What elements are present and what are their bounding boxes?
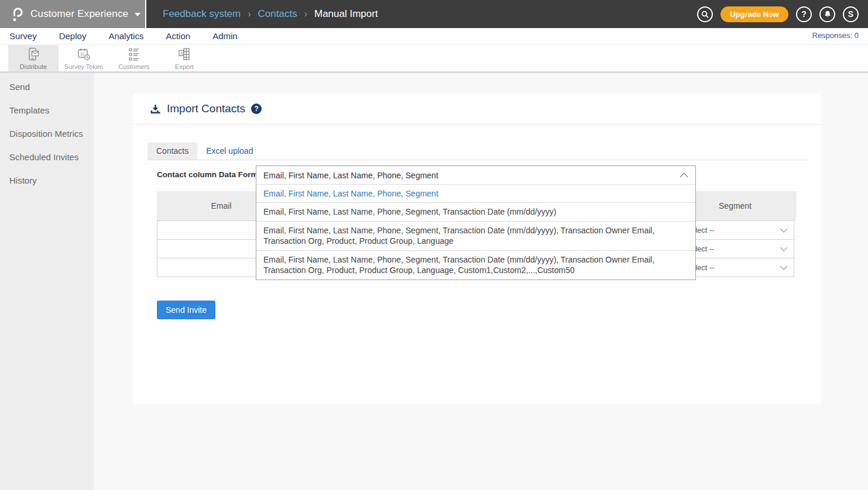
distribute-toolbar: Distribute 31 Survey Token — [0, 45, 868, 71]
contact-format-dropdown-input[interactable]: Email, First Name, Last Name, Phone, Seg… — [256, 166, 695, 184]
calendar-clock-icon: 31 — [76, 47, 91, 62]
people-list-icon — [126, 47, 142, 62]
caret-down-icon — [135, 13, 140, 16]
menu-deploy[interactable]: Deploy — [59, 31, 87, 41]
main-menu: Survey Deploy Analytics Action Admin Res… — [0, 28, 868, 44]
dropdown-option[interactable]: Email, First Name, Last Name, Phone, Seg… — [256, 221, 695, 250]
send-invite-button[interactable]: Send Invite — [157, 301, 215, 319]
toolbar-label: Customers — [118, 63, 149, 70]
app-root: Customer Experience Feedback system › Co… — [0, 0, 868, 490]
page-title: Import Contacts — [167, 102, 245, 115]
search-icon[interactable] — [697, 6, 713, 22]
help-icon[interactable]: ? — [796, 6, 812, 22]
toolbar-export[interactable]: X Export — [159, 45, 210, 71]
svg-text:X: X — [180, 51, 184, 56]
questionpro-logo-icon — [11, 6, 23, 22]
breadcrumb: Feedback system › Contacts › Manual Impo… — [146, 0, 697, 28]
toolbar-distribute[interactable]: Distribute — [8, 45, 59, 71]
title-help-icon[interactable]: ? — [251, 103, 262, 114]
breadcrumb-separator-icon: › — [248, 9, 251, 19]
dropdown-option[interactable]: Email, First Name, Last Name, Phone, Seg… — [256, 184, 695, 202]
menu-action[interactable]: Action — [166, 31, 190, 41]
import-download-icon — [150, 103, 161, 115]
contact-format-dropdown: Email, First Name, Last Name, Phone, Seg… — [256, 165, 696, 280]
contact-format-label: Contact column Data Format — [157, 170, 265, 179]
chevron-down-icon — [780, 265, 788, 270]
phone-envelope-icon — [26, 47, 41, 62]
top-header: Customer Experience Feedback system › Co… — [0, 0, 868, 28]
menu-admin[interactable]: Admin — [212, 31, 238, 41]
chevron-up-icon — [680, 172, 688, 178]
menu-analytics[interactable]: Analytics — [108, 31, 143, 41]
toolbar-divider — [0, 71, 868, 73]
breadcrumb-separator-icon: › — [304, 9, 307, 19]
breadcrumb-current-page: Manual Import — [314, 8, 378, 20]
responses-count[interactable]: Responses: 0 — [812, 31, 859, 40]
contact-format-dropdown-value: Email, First Name, Last Name, Phone, Seg… — [263, 171, 680, 180]
import-contacts-card: Import Contacts ? Contacts Excel upload … — [133, 94, 822, 405]
dropdown-option[interactable]: Email, First Name, Last Name, Phone, Seg… — [256, 202, 695, 220]
account-avatar[interactable]: S — [843, 6, 859, 22]
sidebar-item-scheduled-invites[interactable]: Scheduled Invites — [0, 146, 94, 169]
notifications-bell-icon[interactable] — [819, 6, 835, 22]
excel-export-icon: X — [177, 47, 192, 62]
toolbar-label: Export — [175, 63, 194, 70]
breadcrumb-feedback-system[interactable]: Feedback system — [163, 8, 241, 20]
sidebar-item-disposition-metrics[interactable]: Disposition Metrics — [0, 122, 94, 146]
upgrade-now-button[interactable]: Upgrade Now — [721, 6, 788, 22]
menu-survey[interactable]: Survey — [9, 31, 37, 41]
breadcrumb-contacts[interactable]: Contacts — [258, 8, 297, 20]
tab-excel-upload[interactable]: Excel upload — [197, 143, 262, 160]
toolbar-customers[interactable]: Customers — [109, 45, 159, 71]
header-actions: Upgrade Now ? S — [697, 0, 868, 28]
svg-text:31: 31 — [80, 52, 85, 56]
import-tabs: Contacts Excel upload — [147, 143, 808, 160]
product-label: Customer Experience — [30, 8, 128, 20]
toolbar-label: Survey Token — [64, 63, 103, 70]
card-title-row: Import Contacts ? — [133, 94, 822, 125]
tab-contacts[interactable]: Contacts — [147, 143, 197, 160]
sidebar-item-history[interactable]: History — [0, 169, 94, 192]
toolbar-label: Distribute — [20, 63, 47, 70]
sidebar-item-templates[interactable]: Templates — [0, 99, 94, 122]
distribute-sidebar: Send Templates Disposition Metrics Sched… — [0, 73, 94, 490]
toolbar-survey-token[interactable]: 31 Survey Token — [59, 45, 109, 71]
chevron-down-icon — [780, 228, 788, 233]
sidebar-item-send[interactable]: Send — [0, 75, 94, 99]
chevron-down-icon — [780, 247, 788, 251]
product-switcher[interactable]: Customer Experience — [0, 0, 146, 28]
dropdown-option[interactable]: Email, First Name, Last Name, Phone, Seg… — [256, 250, 695, 279]
